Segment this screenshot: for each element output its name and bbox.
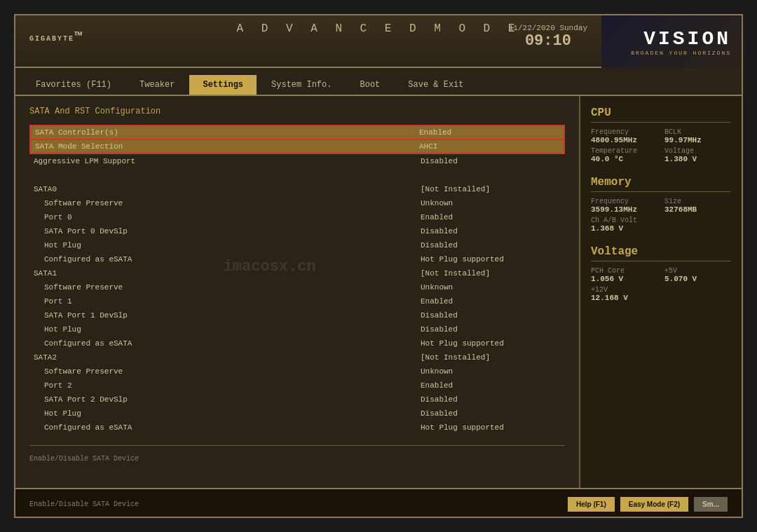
tab-boot[interactable]: Boot [346, 75, 393, 95]
cpu-bclk: BCLK 99.97MHz [664, 128, 731, 144]
pch-core: PCH Core 1.056 V [591, 267, 657, 283]
sata-port1-devslp-label: SATA Port 1 DevSlp [34, 311, 421, 320]
sata2-row[interactable]: SATA2 [Not Installed] [29, 350, 565, 364]
cpu-section: CPU Frequency 4800.95MHz BCLK 99.97MHz T… [591, 107, 731, 163]
hotplug-2-value: Disabled [421, 409, 561, 418]
tab-save-exit[interactable]: Save & Exit [395, 75, 477, 95]
easy-mode-button[interactable]: Easy Mode (F2) [620, 497, 688, 512]
sata0-value: [Not Installed] [421, 185, 561, 193]
hotplug-1-label: Hot Plug [34, 325, 421, 334]
cpu-freq-label: Frequency 4800.95MHz [591, 128, 657, 144]
sata-port0-devslp-value: Disabled [421, 227, 561, 236]
hotplug-1-value: Disabled [421, 325, 561, 334]
plus5v: +5V 5.070 V [664, 267, 731, 283]
esata-1-row[interactable]: Configured as eSATA Hot Plug supported [29, 336, 565, 350]
datetime: 11/22/2020 Sunday 09:10 [509, 24, 587, 50]
left-panel: SATA And RST Configuration SATA Controll… [15, 96, 580, 488]
mode-title: A D V A N C E D M O D E [237, 22, 521, 35]
sata2-label: SATA2 [34, 353, 421, 362]
memory-title: Memory [591, 176, 731, 192]
port2-label: Port 2 [34, 381, 421, 390]
sw-preserve-0-label: Software Preserve [34, 199, 421, 207]
tab-tweaker[interactable]: Tweaker [126, 75, 188, 95]
sata-port0-devslp-label: SATA Port 0 DevSlp [34, 227, 421, 236]
memory-section: Memory Frequency 3599.13MHz Size 32768MB… [591, 176, 731, 233]
port0-row[interactable]: Port 0 Enabled [29, 210, 565, 224]
spacer-1 [29, 168, 565, 182]
memory-grid: Frequency 3599.13MHz Size 32768MB Ch A/B… [591, 198, 731, 233]
right-panel: CPU Frequency 4800.95MHz BCLK 99.97MHz T… [580, 96, 742, 488]
section-title: SATA And RST Configuration [29, 107, 565, 116]
smart-button[interactable]: Sm... [694, 497, 728, 512]
esata-0-label: Configured as eSATA [34, 255, 421, 264]
sata-port2-devslp-value: Disabled [421, 395, 561, 404]
hotplug-0-label: Hot Plug [34, 241, 421, 250]
port2-row[interactable]: Port 2 Enabled [29, 378, 565, 393]
help-button[interactable]: Help (F1) [568, 497, 615, 512]
date: 11/22/2020 [509, 24, 555, 32]
hotplug-0-row[interactable]: Hot Plug Disabled [29, 238, 565, 252]
port0-value: Enabled [421, 213, 561, 221]
vision-title: VISION [643, 28, 731, 50]
day: Sunday [559, 24, 587, 32]
header: GIGABYTE™ A D V A N C E D M O D E 11/22/… [15, 15, 742, 68]
esata-0-row[interactable]: Configured as eSATA Hot Plug supported [29, 252, 565, 266]
sw-preserve-1-value: Unknown [421, 283, 561, 292]
aggressive-lpm-label: Aggressive LPM Support [34, 157, 421, 165]
bios-frame: GIGABYTE™ A D V A N C E D M O D E 11/22/… [14, 14, 743, 518]
port1-row[interactable]: Port 1 Enabled [29, 294, 565, 308]
mem-freq: Frequency 3599.13MHz [591, 198, 657, 214]
sata1-value: [Not Installed] [421, 269, 561, 278]
sw-preserve-0-row[interactable]: Software Preserve Unknown [29, 196, 565, 210]
sata0-row[interactable]: SATA0 [Not Installed] [29, 182, 565, 196]
voltage-title: Voltage [591, 245, 731, 261]
sata-controller-row[interactable]: SATA Controller(s) Enabled [29, 125, 565, 140]
time: 09:10 [509, 32, 587, 50]
hotplug-1-row[interactable]: Hot Plug Disabled [29, 322, 565, 336]
sw-preserve-2-row[interactable]: Software Preserve Unknown [29, 364, 565, 378]
port2-value: Enabled [421, 381, 561, 390]
aggressive-lpm-row[interactable]: Aggressive LPM Support Disabled [29, 154, 565, 168]
tab-sysinfo[interactable]: System Info. [258, 75, 345, 95]
vision-subtitle: BROADEN YOUR HORIZONS [631, 50, 731, 56]
sata-mode-value: AHCI [419, 142, 559, 151]
vision-logo: VISION BROADEN YOUR HORIZONS [601, 15, 742, 68]
config-table: SATA Controller(s) Enabled SATA Mode Sel… [29, 125, 565, 435]
sata-port1-devslp-value: Disabled [421, 311, 561, 320]
bottom-buttons: Help (F1) Easy Mode (F2) Sm... [568, 497, 728, 512]
sata-port1-devslp-row[interactable]: SATA Port 1 DevSlp Disabled [29, 308, 565, 322]
bottom-status-text: Enable/Disable SATA Device [29, 500, 568, 508]
bottom-bar: Enable/Disable SATA Device Help (F1) Eas… [15, 488, 742, 518]
sata-port2-devslp-row[interactable]: SATA Port 2 DevSlp Disabled [29, 393, 565, 407]
esata-2-value: Hot Plug supported [421, 423, 561, 432]
main-content: SATA And RST Configuration SATA Controll… [15, 96, 742, 488]
gigabyte-logo: GIGABYTE™ [29, 30, 83, 51]
mem-volt: Ch A/B Volt 1.368 V [591, 217, 731, 233]
nav-tabs: Favorites (F11) Tweaker Settings System … [15, 68, 742, 96]
tab-favorites[interactable]: Favorites (F11) [22, 75, 125, 95]
tab-settings[interactable]: Settings [189, 75, 257, 95]
bottom-status: Enable/Disable SATA Device [29, 455, 139, 463]
sata1-label: SATA1 [34, 269, 421, 278]
esata-2-row[interactable]: Configured as eSATA Hot Plug supported [29, 421, 565, 435]
sata-mode-row[interactable]: SATA Mode Selection AHCI [29, 140, 565, 154]
esata-1-label: Configured as eSATA [34, 339, 421, 348]
voltage-section: Voltage PCH Core 1.056 V +5V 5.070 V +12… [591, 245, 731, 302]
sw-preserve-2-value: Unknown [421, 367, 561, 376]
cpu-title: CPU [591, 107, 731, 123]
port0-label: Port 0 [34, 213, 421, 221]
sata-port0-devslp-row[interactable]: SATA Port 0 DevSlp Disabled [29, 224, 565, 238]
sata-controller-value: Enabled [419, 128, 559, 137]
sata1-row[interactable]: SATA1 [Not Installed] [29, 266, 565, 280]
sata0-label: SATA0 [34, 185, 421, 193]
voltage-grid: PCH Core 1.056 V +5V 5.070 V +12V 12.168… [591, 267, 731, 302]
sw-preserve-1-row[interactable]: Software Preserve Unknown [29, 280, 565, 294]
hotplug-2-row[interactable]: Hot Plug Disabled [29, 407, 565, 421]
esata-0-value: Hot Plug supported [421, 255, 561, 264]
plus12v: +12V 12.168 V [591, 286, 731, 302]
sw-preserve-2-label: Software Preserve [34, 367, 421, 376]
esata-2-label: Configured as eSATA [34, 423, 421, 432]
cpu-temp: Temperature 40.0 °C [591, 147, 657, 163]
sata-mode-label: SATA Mode Selection [35, 142, 419, 151]
cpu-voltage: Voltage 1.380 V [664, 147, 731, 163]
